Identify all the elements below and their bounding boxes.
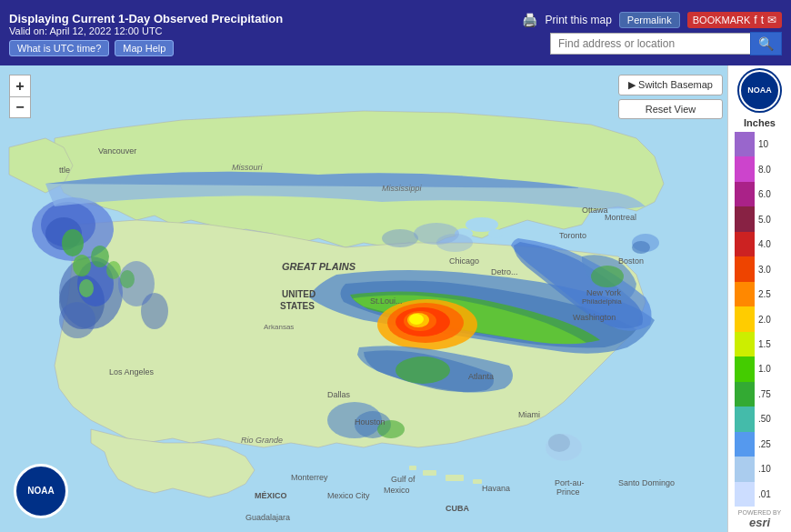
svg-text:Guadalajara: Guadalajara <box>245 513 290 522</box>
svg-text:Boston: Boston <box>618 256 644 266</box>
noaa-badge: NOAA <box>14 464 68 518</box>
svg-point-14 <box>59 302 95 338</box>
legend-row: .10 <box>735 457 785 481</box>
svg-point-19 <box>79 279 94 297</box>
svg-point-35 <box>632 241 650 254</box>
noaa-text: NOAA <box>27 486 54 497</box>
svg-rect-3 <box>446 475 464 481</box>
legend-row: .25 <box>735 432 785 457</box>
header-buttons: What is UTC time? Map Help <box>9 40 283 56</box>
search-button[interactable]: 🔍 <box>750 32 782 55</box>
zoom-in-button[interactable]: + <box>9 75 31 96</box>
svg-point-18 <box>73 255 91 276</box>
permalink-button[interactable]: Permalink <box>619 12 680 28</box>
map-controls: ▶ Switch Basemap Reset View <box>618 75 723 119</box>
svg-text:Missouri: Missouri <box>232 163 264 172</box>
svg-text:MÉXICO: MÉXICO <box>255 491 287 500</box>
svg-text:Miami: Miami <box>518 410 540 419</box>
svg-text:Havana: Havana <box>482 484 510 493</box>
legend-row: 1.5 <box>735 332 785 356</box>
legend-panel: NOAA Inches 108.06.05.04.03.02.52.01.51.… <box>727 65 791 532</box>
svg-text:Port-au-: Port-au- <box>555 478 585 487</box>
svg-text:STATES: STATES <box>280 301 315 311</box>
map-help-button[interactable]: Map Help <box>115 40 174 56</box>
map-container: GREAT PLAINS UNITED STATES Arkansas Vanc… <box>0 65 791 532</box>
svg-rect-4 <box>473 479 482 484</box>
svg-point-22 <box>120 270 135 288</box>
svg-text:Chicago: Chicago <box>449 256 479 266</box>
legend-row: 10 <box>735 132 785 156</box>
legend-row: 5.0 <box>735 206 785 231</box>
svg-text:GREAT PLAINS: GREAT PLAINS <box>282 261 356 272</box>
svg-text:St.Loui...: St.Loui... <box>370 296 403 306</box>
zoom-controls: + − <box>9 75 31 118</box>
svg-text:Philadelphia: Philadelphia <box>582 297 622 306</box>
facebook-icon[interactable]: f <box>754 14 756 26</box>
legend-row: .75 <box>735 382 785 407</box>
legend-row: 2.0 <box>735 306 785 331</box>
search-bar: 🔍 <box>550 32 782 55</box>
svg-text:Mexico City: Mexico City <box>327 491 370 500</box>
search-input[interactable] <box>550 33 750 55</box>
legend-row: 3.0 <box>735 256 785 281</box>
legend-row: 8.0 <box>735 156 785 181</box>
email-icon[interactable]: ✉ <box>767 14 776 26</box>
svg-point-16 <box>141 293 168 329</box>
print-icon: 🖨️ <box>522 13 537 27</box>
svg-text:Mexico: Mexico <box>384 486 410 495</box>
svg-text:Los Angeles: Los Angeles <box>109 367 155 376</box>
legend-row: 2.5 <box>735 282 785 306</box>
header-left: Displaying Current 1-Day Observed Precip… <box>9 12 283 56</box>
svg-text:New York: New York <box>586 288 622 297</box>
header: Displaying Current 1-Day Observed Precip… <box>0 0 791 65</box>
svg-text:Gulf of: Gulf of <box>391 475 416 484</box>
svg-point-17 <box>62 229 84 256</box>
svg-text:UNITED: UNITED <box>282 289 315 299</box>
svg-text:Monterrey: Monterrey <box>291 473 328 482</box>
switch-basemap-button[interactable]: ▶ Switch Basemap <box>618 75 723 95</box>
svg-text:Rio Grande: Rio Grande <box>241 436 283 445</box>
svg-point-21 <box>106 261 121 279</box>
svg-text:Montreal: Montreal <box>605 213 636 222</box>
svg-text:Houston: Houston <box>355 417 385 427</box>
legend-row: 4.0 <box>735 232 785 256</box>
svg-text:Dallas: Dallas <box>327 390 351 399</box>
svg-point-40 <box>548 434 570 452</box>
svg-text:Arkansas: Arkansas <box>264 323 294 331</box>
svg-text:Washington: Washington <box>573 313 616 322</box>
header-subtitle: Valid on: April 12, 2022 12:00 UTC <box>9 25 283 36</box>
header-right: 🖨️ Print this map Permalink BOOKMARK f t… <box>522 12 782 55</box>
esri-logo: POWERED BY esri <box>736 507 784 532</box>
legend-scale: 108.06.05.04.03.02.52.01.51.0.75.50.25.1… <box>735 132 785 507</box>
svg-point-28 <box>409 314 424 325</box>
print-bar: 🖨️ Print this map Permalink BOOKMARK f t… <box>522 12 782 28</box>
svg-point-33 <box>591 266 624 287</box>
svg-text:ttle: ttle <box>59 166 70 175</box>
noaa-logo-small: NOAA <box>739 70 780 111</box>
legend-row: .01 <box>735 482 785 507</box>
svg-rect-1 <box>409 466 416 470</box>
svg-point-29 <box>396 356 450 384</box>
svg-text:Atlanta: Atlanta <box>468 372 494 381</box>
svg-text:CUBA: CUBA <box>446 504 469 513</box>
svg-point-20 <box>91 246 109 267</box>
svg-text:Vancouver: Vancouver <box>98 146 136 156</box>
triangle-icon: ▶ <box>628 79 638 90</box>
svg-text:Prince: Prince <box>556 487 580 497</box>
svg-text:Santo Domingo: Santo Domingo <box>618 478 675 487</box>
utc-time-button[interactable]: What is UTC time? <box>9 40 109 56</box>
svg-point-38 <box>436 234 473 252</box>
map-svg: GREAT PLAINS UNITED STATES Arkansas Vanc… <box>0 65 727 532</box>
bookmark-area[interactable]: BOOKMARK f t ✉ <box>687 12 782 28</box>
svg-point-7 <box>488 229 503 238</box>
svg-point-37 <box>382 229 418 247</box>
print-link[interactable]: Print this map <box>545 14 611 26</box>
twitter-icon[interactable]: t <box>761 14 764 26</box>
svg-text:Toronto: Toronto <box>559 231 586 240</box>
svg-text:Detro...: Detro... <box>491 267 518 276</box>
svg-text:Mississippi: Mississippi <box>382 184 423 193</box>
svg-rect-2 <box>423 470 436 476</box>
reset-view-button[interactable]: Reset View <box>618 99 723 119</box>
zoom-out-button[interactable]: − <box>9 96 31 118</box>
header-title: Displaying Current 1-Day Observed Precip… <box>9 12 283 25</box>
